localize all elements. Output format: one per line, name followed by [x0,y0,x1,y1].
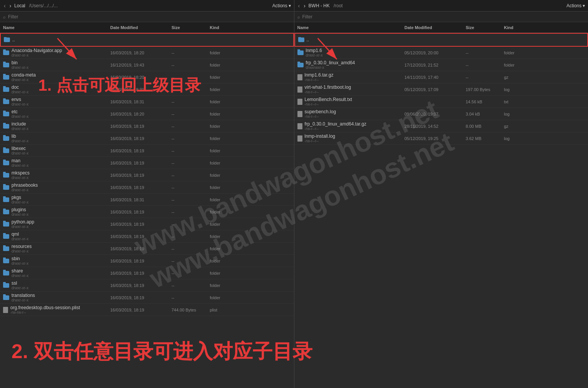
file-name-cell: translationsdrwxr-xr-x [3,293,110,302]
list-item[interactable]: libexecdrwxr-xr-x16/03/2019, 18:19--fold… [0,145,294,157]
list-item[interactable]: lnmp-install.log-rw-r--r--05/12/2019, 19… [294,132,588,145]
right-back-button[interactable]: ‹ [297,3,301,9]
file-icon [297,111,302,117]
list-item[interactable]: python.appdrwxr-xr-x16/03/2019, 18:19--f… [0,218,294,230]
file-perms: -rw-r--r-- [305,78,333,82]
list-item[interactable]: lnmp1.6.tar.gz-rw-r--r--14/11/2019, 17:4… [294,71,588,83]
file-size: -- [172,99,210,104]
file-name-cell: superbench.log-rw-r--r-- [297,109,405,119]
list-item[interactable]: frp_0.30.0_linux_amd64.tar.gz-rw-r--r--2… [294,120,588,132]
list-item[interactable]: translationsdrwxr-xr-x16/03/2019, 18:19-… [0,292,294,304]
file-perms: drwxr-xr-x [306,53,323,57]
list-item[interactable]: libdrwxr-xr-x16/03/2019, 18:19--folder [0,132,294,145]
file-perms: drwxr-xr-x [11,78,36,82]
file-icon [297,74,302,80]
file-name-text: qml [11,231,19,237]
list-item[interactable]: resourcesdrwxr-xr-x16/03/2019, 18:19--fo… [0,243,294,255]
file-date: 16/03/2019, 18:19 [110,161,172,165]
folder-icon [3,246,9,251]
list-item[interactable]: includedrwxr-xr-x16/03/2019, 18:19--fold… [0,120,294,132]
left-filter-icon: ⌕ [3,15,6,19]
file-size: -- [466,75,504,80]
file-name-text: lib [11,134,16,139]
list-item[interactable]: pkgsdrwxr-xr-x16/03/2019, 18:31--folder [0,194,294,206]
right-forward-button[interactable]: › [303,3,306,9]
list-item[interactable]: phrasebooksdrwxr-xr-x16/03/2019, 18:19--… [0,181,294,194]
file-perms: drwxr-xr-x [11,114,28,119]
left-toolbar-left: ‹ › Local /Users/.../.../... [3,3,58,9]
list-item[interactable]: frp_0.30.0_linux_amd64drwxrwxr-x17/12/20… [294,59,588,71]
file-name-cell: lnmp1.6drwxr-xr-x [297,48,405,57]
left-actions-button[interactable]: Actions ▾ [272,3,291,8]
file-perms: drwxr-xr-x [11,237,28,241]
file-date: 16/03/2019, 18:19 [110,222,172,227]
left-back-button[interactable]: ‹ [3,3,7,9]
folder-icon [3,136,9,141]
file-name-text: bin [11,60,18,65]
file-size: 197.00 Bytes [466,87,504,92]
right-location-path: /root [333,3,343,8]
file-date: 05/12/2019, 17:09 [405,87,466,92]
file-size: -- [172,51,210,55]
file-size: -- [172,197,210,202]
list-item[interactable]: Anaconda-Navigator.appdrwxr-xr-x16/03/20… [0,47,294,59]
list-item[interactable]: superbench.log-rw-r--r--09/06/2020, 19:0… [294,108,588,120]
folder-icon [3,295,9,300]
file-kind: folder [210,234,291,239]
file-perms: drwxrwxr-x [306,65,355,70]
list-item[interactable]: mandrwxr-xr-x16/03/2019, 18:19--folder [0,157,294,169]
file-name-cell: ssldrwxr-xr-x [3,280,110,290]
right-col-kind: Kind [504,25,585,30]
file-name-cell: mandrwxr-xr-x [3,158,110,168]
list-item[interactable]: sharedrwxr-xr-x16/03/2019, 18:19--folder [0,267,294,279]
list-item[interactable]: virt-what-1.firstboot.log-rw-r--r--05/12… [294,83,588,96]
list-item[interactable]: org.freedesktop.dbus-session.plist-rw-rw… [0,304,294,316]
file-perms: drwxr-xr-x [11,90,28,94]
file-kind: folder [210,161,291,165]
file-perms: -rw-r--r-- [305,90,351,94]
file-name-text: frp_0.30.0_linux_amd64.tar.gz [305,121,366,127]
right-parent-name-cell: .. [298,37,405,42]
left-parent-row[interactable]: .. [0,33,294,47]
file-name-text: superbench.log [305,109,336,114]
file-name-cell: docdrwxr-xr-x [3,85,110,94]
list-item[interactable]: pluginsdrwxr-xr-x16/03/2019, 18:19--fold… [0,206,294,218]
list-item[interactable]: conda-metadrwxr-xr-x16/03/2019, 18:20--f… [0,71,294,83]
file-perms: -rw-rw-r-- [10,310,80,315]
main-container: ‹ › Local /Users/.../.../... Actions ▾ ⌕… [0,0,588,388]
file-kind: folder [210,197,291,202]
file-name-text: lnmp1.6 [306,48,322,53]
list-item[interactable]: qmldrwxr-xr-x16/03/2019, 18:19--folder [0,230,294,243]
left-forward-button[interactable]: › [9,3,12,9]
right-files-container: lnmp1.6drwxr-xr-x05/12/2019, 20:00--fold… [294,47,588,145]
list-item[interactable]: ssldrwxr-xr-x16/03/2019, 18:19--folder [0,279,294,292]
right-parent-row[interactable]: .. [294,33,588,47]
folder-icon [3,51,9,55]
list-item[interactable]: envsdrwxr-xr-x16/03/2019, 18:31--folder [0,96,294,108]
list-item[interactable]: sbindrwxr-xr-x16/03/2019, 18:19--folder [0,255,294,267]
left-panel: ‹ › Local /Users/.../.../... Actions ▾ ⌕… [0,0,294,388]
file-perms: drwxr-xr-x [11,53,62,57]
right-file-list[interactable]: .. lnmp1.6drwxr-xr-x05/12/2019, 20:00--f… [294,33,588,388]
list-item[interactable]: docdrwxr-xr-x16/03/2019, 18:31--folder [0,83,294,96]
file-name-text: lnmp-install.log [305,134,335,139]
file-size: -- [172,112,210,116]
file-date: 16/03/2019, 18:19 [110,308,172,312]
right-actions-button[interactable]: Actions ▾ [567,3,585,8]
right-filter-input[interactable] [302,14,585,20]
list-item[interactable]: LemonBench.Result.txt-rw-r--r--14.56 kBt… [294,96,588,108]
right-column-headers: Name Date Modified Size Kind [294,22,588,33]
file-kind: folder [210,75,291,80]
file-perms: drwxr-xr-x [11,163,28,168]
file-kind: folder [210,185,291,190]
list-item[interactable]: etcdrwxr-xr-x16/03/2019, 18:20--folder [0,108,294,120]
list-item[interactable]: lnmp1.6drwxr-xr-x05/12/2019, 20:00--fold… [294,47,588,59]
file-name-cell: virt-what-1.firstboot.log-rw-r--r-- [297,85,405,94]
list-item[interactable]: mkspecsdrwxr-xr-x16/03/2019, 18:19--fold… [0,169,294,181]
file-size: -- [172,148,210,153]
list-item[interactable]: bindrwxr-xr-x16/12/2019, 19:43--folder [0,59,294,71]
file-name-cell: libexecdrwxr-xr-x [3,146,110,155]
file-perms: drwxr-xr-x [11,151,28,155]
left-file-list[interactable]: .. Anaconda-Navigator.appdrwxr-xr-x16/03… [0,33,294,388]
left-filter-input[interactable] [8,14,291,20]
